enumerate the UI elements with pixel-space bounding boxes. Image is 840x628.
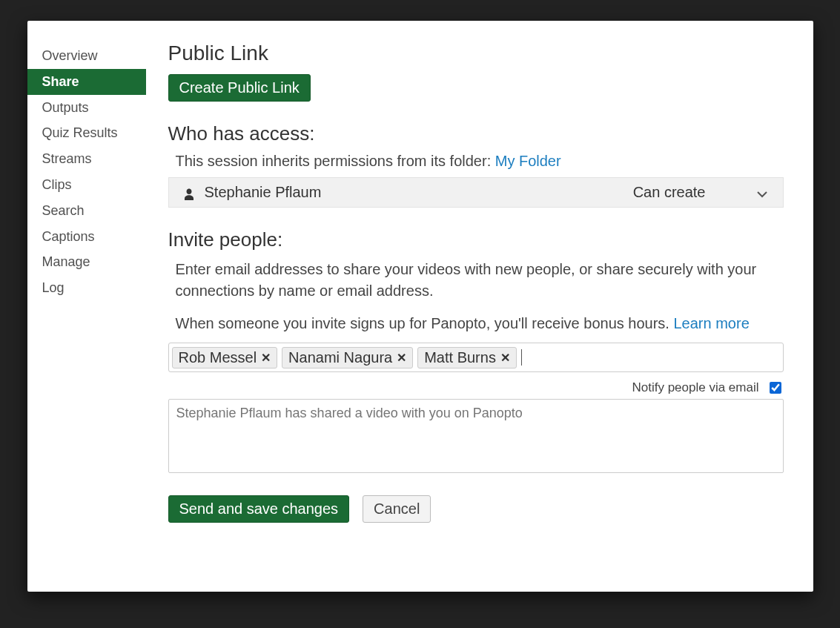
action-row: Send and save changes Cancel <box>168 495 784 523</box>
create-public-link-button[interactable]: Create Public Link <box>168 74 311 102</box>
chip-remove-icon[interactable]: ✕ <box>500 351 510 365</box>
share-dialog: OverviewShareOutputsQuiz ResultsStreamsC… <box>27 21 813 592</box>
inherit-permissions-line: This session inherits permissions from i… <box>168 153 784 170</box>
send-save-button[interactable]: Send and save changes <box>168 495 350 523</box>
notify-row: Notify people via email <box>168 380 784 396</box>
sidebar: OverviewShareOutputsQuiz ResultsStreamsC… <box>27 21 146 592</box>
sidebar-item-captions[interactable]: Captions <box>27 224 146 250</box>
sidebar-item-share[interactable]: Share <box>27 69 146 95</box>
sidebar-item-outputs[interactable]: Outputs <box>27 95 146 121</box>
cancel-button[interactable]: Cancel <box>363 495 431 523</box>
sidebar-item-overview[interactable]: Overview <box>27 43 146 69</box>
access-heading: Who has access: <box>168 122 784 145</box>
access-row: Stephanie Pflaum Can create <box>168 177 784 208</box>
notify-checkbox[interactable] <box>770 382 781 394</box>
invite-chip: Nanami Nagura✕ <box>282 347 413 368</box>
notify-label: Notify people via email <box>632 380 758 395</box>
invite-chip-input[interactable]: Rob Messel✕Nanami Nagura✕Matt Burns✕ <box>168 343 784 372</box>
invite-chip: Rob Messel✕ <box>172 347 278 368</box>
main-panel: Public Link Create Public Link Who has a… <box>146 21 813 592</box>
public-link-heading: Public Link <box>168 42 784 65</box>
share-message-textarea[interactable] <box>168 399 784 473</box>
folder-link[interactable]: My Folder <box>495 153 561 169</box>
invite-instructions: Enter email addresses to share your vide… <box>168 259 784 302</box>
access-row-name: Stephanie Pflaum <box>205 184 322 201</box>
sidebar-item-streams[interactable]: Streams <box>27 146 146 172</box>
bonus-line: When someone you invite signs up for Pan… <box>168 315 784 332</box>
access-row-role[interactable]: Can create <box>633 184 706 201</box>
chip-remove-icon[interactable]: ✕ <box>261 351 271 365</box>
invite-chip-label: Matt Burns <box>424 349 496 366</box>
invite-heading: Invite people: <box>168 228 784 251</box>
person-icon <box>184 187 194 199</box>
inherit-text: This session inherits permissions from i… <box>176 153 495 169</box>
invite-chip-label: Nanami Nagura <box>288 349 392 366</box>
chip-remove-icon[interactable]: ✕ <box>397 351 406 365</box>
bonus-text: When someone you invite signs up for Pan… <box>176 315 674 331</box>
chevron-down-icon[interactable] <box>756 187 768 199</box>
invite-text-input[interactable] <box>521 349 526 366</box>
sidebar-item-clips[interactable]: Clips <box>27 172 146 198</box>
learn-more-link[interactable]: Learn more <box>673 315 749 331</box>
invite-chip: Matt Burns✕ <box>417 347 517 368</box>
sidebar-item-quiz-results[interactable]: Quiz Results <box>27 120 146 146</box>
sidebar-item-log[interactable]: Log <box>27 275 146 301</box>
sidebar-item-manage[interactable]: Manage <box>27 249 146 275</box>
invite-chip-label: Rob Messel <box>179 349 257 366</box>
sidebar-item-search[interactable]: Search <box>27 198 146 224</box>
